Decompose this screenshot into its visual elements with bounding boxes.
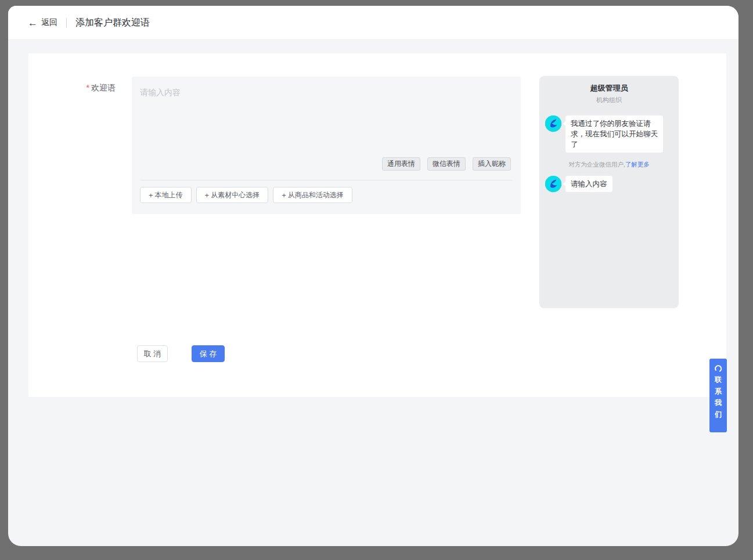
cancel-button[interactable]: 取 消: [137, 345, 168, 362]
bubble-text: 我通过了你的朋友验证请求，现在我们可以开始聊天了: [571, 120, 658, 149]
contact-char: 我: [715, 399, 722, 407]
insert-nickname-button[interactable]: 插入昵称: [473, 157, 511, 171]
contact-char: 们: [715, 410, 722, 419]
wechat-bird-icon: [545, 115, 561, 132]
headset-icon: [714, 364, 722, 373]
notice-text: 对方为企业微信用户,: [568, 161, 625, 168]
editor-divider: [140, 180, 512, 180]
material-center-button[interactable]: + 从素材中心选择: [196, 187, 269, 203]
back-button[interactable]: ← 返回: [28, 17, 57, 28]
page-title: 添加客户群欢迎语: [75, 17, 150, 29]
chat-bubble: 我通过了你的朋友验证请求，现在我们可以开始聊天了: [565, 115, 663, 153]
content-card: *欢迎语 请输入内容 通用表情 微信表情 插入昵称 + 本地上传 + 从素材中心…: [28, 53, 726, 397]
preview-org-name: 机构组织: [539, 96, 679, 104]
wechat-emoji-button[interactable]: 微信表情: [427, 157, 466, 171]
attachment-toolbar: + 本地上传 + 从素材中心选择 + 从商品和活动选择: [140, 187, 352, 203]
chat-bubble: 请输入内容: [565, 176, 613, 192]
app-window: ← 返回 添加客户群欢迎语 *欢迎语 请输入内容 通用表情 微信表情 插入昵称 …: [8, 6, 738, 546]
save-button[interactable]: 保 存: [192, 345, 225, 362]
contact-char: 系: [715, 387, 722, 396]
required-asterisk: *: [87, 83, 89, 92]
local-upload-label: 本地上传: [155, 190, 183, 200]
wechat-bird-icon: [545, 176, 561, 192]
preview-panel: 超级管理员 机构组织 我通过了你的朋友验证请求，现在我们可以开始聊天了 对方为企…: [539, 76, 679, 308]
plus-icon: +: [149, 191, 153, 200]
plus-icon: +: [205, 191, 210, 200]
back-label: 返回: [41, 17, 57, 28]
back-arrow-icon: ←: [28, 18, 38, 28]
avatar: [545, 115, 561, 132]
local-upload-button[interactable]: + 本地上传: [140, 187, 192, 203]
welcome-label-text: 欢迎语: [91, 83, 116, 92]
contact-us-button[interactable]: 联 系 我 们: [709, 359, 727, 432]
editor-toolbar: 通用表情 微信表情 插入昵称: [382, 157, 511, 171]
welcome-editor[interactable]: 请输入内容 通用表情 微信表情 插入昵称 + 本地上传 + 从素材中心选择 +: [132, 77, 521, 214]
common-emoji-button[interactable]: 通用表情: [382, 157, 420, 171]
learn-more-link[interactable]: 了解更多: [625, 161, 650, 168]
avatar: [545, 176, 561, 192]
product-activity-label: 从商品和活动选择: [288, 190, 344, 200]
contact-char: 联: [715, 375, 722, 384]
preview-admin-name: 超级管理员: [539, 83, 679, 93]
welcome-label: *欢迎语: [28, 82, 124, 93]
bubble-text: 请输入内容: [571, 180, 607, 188]
enterprise-notice: 对方为企业微信用户,了解更多: [539, 161, 679, 169]
plus-icon: +: [282, 191, 286, 200]
page-header: ← 返回 添加客户群欢迎语: [8, 6, 738, 40]
header-divider: [66, 18, 67, 28]
chat-row: 请输入内容: [539, 176, 679, 192]
editor-placeholder: 请输入内容: [140, 88, 181, 98]
product-activity-button[interactable]: + 从商品和活动选择: [273, 187, 352, 203]
chat-row: 我通过了你的朋友验证请求，现在我们可以开始聊天了: [539, 115, 679, 153]
material-center-label: 从素材中心选择: [211, 190, 260, 200]
